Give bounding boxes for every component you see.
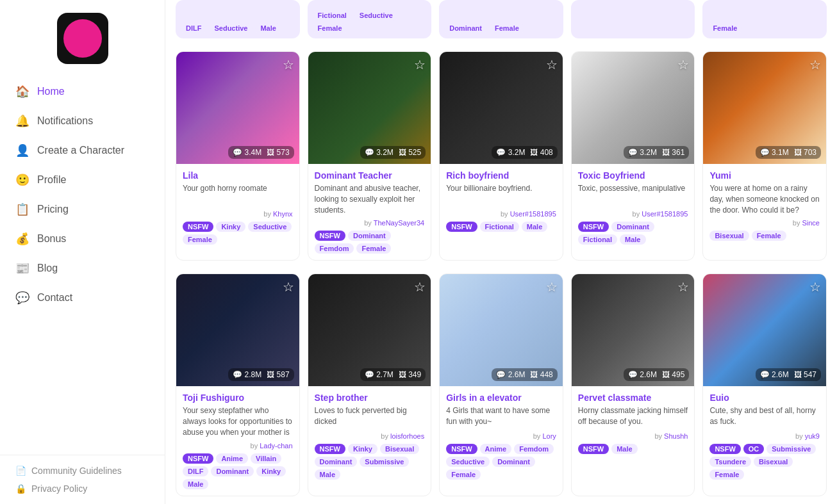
tag[interactable]: NSFW [183, 453, 213, 464]
tag[interactable]: Dominant [444, 23, 487, 33]
star-button-rich-boyfriend[interactable]: ☆ [546, 57, 558, 72]
author-name-yumi[interactable]: Since [802, 219, 820, 227]
author-name-rich-boyfriend[interactable]: User#1581895 [510, 210, 556, 218]
tag[interactable]: Male [620, 234, 645, 245]
tag[interactable]: Female [490, 23, 524, 33]
card-girls-elevator[interactable]: ☆ 💬 2.6M 🖼 448 Girls in a elevator 4 Gir… [439, 273, 563, 496]
sidebar-item-pricing[interactable]: 📋 Pricing [0, 195, 165, 224]
tag[interactable]: Dominant [611, 222, 654, 232]
tag[interactable]: Bisexual [380, 444, 419, 454]
tag[interactable]: Fictional [480, 222, 519, 232]
sidebar-item-home[interactable]: 🏠 Home [0, 77, 165, 106]
tag[interactable]: NSFW [315, 231, 345, 241]
tag[interactable]: Dominant [315, 457, 358, 467]
tag[interactable]: Fictional [578, 234, 617, 245]
star-button-toxic-boyfriend[interactable]: ☆ [677, 57, 689, 72]
star-button-step-brother[interactable]: ☆ [414, 279, 426, 295]
author-name-dominant-teacher[interactable]: TheNaySayer34 [374, 219, 425, 227]
author-name-euio[interactable]: yuk9 [805, 432, 820, 440]
tag[interactable]: NSFW [315, 444, 345, 454]
msg-icon-rich-boyfriend: 💬 3.2M [496, 148, 525, 157]
tag[interactable]: Dominant [492, 457, 535, 467]
author-name-toji-fushiguro[interactable]: Lady-chan [260, 442, 292, 450]
author-name-girls-elevator[interactable]: Lory [542, 432, 556, 440]
card-toji-fushiguro[interactable]: ☆ 💬 2.8M 🖼 587 Toji Fushiguro Your sexy … [176, 273, 300, 496]
author-name-pervet-classmate[interactable]: Shushh [664, 432, 688, 440]
tag[interactable]: Female [313, 23, 347, 33]
tag[interactable]: Kinky [256, 466, 286, 476]
tag[interactable]: Seductive [209, 23, 253, 33]
tag[interactable]: Female [709, 469, 744, 480]
tag[interactable]: DILF [181, 23, 206, 33]
tag[interactable]: Anime [480, 444, 512, 454]
tag[interactable]: Seductive [248, 222, 292, 232]
star-button-lila[interactable]: ☆ [283, 57, 294, 72]
tag[interactable]: Anime [216, 453, 248, 464]
tag[interactable]: Bisexual [754, 457, 793, 467]
sidebar-item-create[interactable]: 👤 Create a Character [0, 136, 165, 165]
tag[interactable]: Fictional [313, 10, 352, 20]
nav-label-create: Create a Character [37, 145, 124, 156]
author-name-lila[interactable]: Khynx [273, 210, 293, 218]
tag[interactable]: DILF [183, 466, 208, 476]
tag[interactable]: Female [183, 234, 217, 245]
tag[interactable]: Female [356, 243, 391, 254]
tag[interactable]: OC [743, 444, 765, 454]
tag[interactable]: Male [611, 444, 637, 454]
card-yumi[interactable]: ☆ 💬 3.1M 🖼 703 Yumi You were at home on … [702, 51, 827, 261]
tag[interactable]: NSFW [709, 444, 740, 454]
star-button-dominant-teacher[interactable]: ☆ [414, 57, 426, 72]
tag[interactable]: Male [315, 469, 340, 480]
tag[interactable]: Femdom [315, 243, 354, 254]
card-step-brother[interactable]: ☆ 💬 2.7M 🖼 349 Step brother Loves to fuc… [308, 273, 432, 496]
card-rich-boyfriend[interactable]: ☆ 💬 3.2M 🖼 408 Rich boyfriend Your billi… [439, 51, 563, 261]
card-lila[interactable]: ☆ 💬 3.4M 🖼 573 Lila Your goth horny room… [176, 51, 300, 261]
card-stats-dominant-teacher: 💬 3.2M 🖼 525 [360, 146, 426, 159]
card-dominant-teacher[interactable]: ☆ 💬 3.2M 🖼 525 Dominant Teacher Dominant… [308, 51, 432, 261]
card-pervet-classmate[interactable]: ☆ 💬 2.6M 🖼 495 Pervet classmate Horny cl… [571, 273, 695, 496]
card-desc-euio: Cute, shy and best of all, horny as fuck… [709, 405, 820, 428]
card-toxic-boyfriend[interactable]: ☆ 💬 3.2M 🖼 361 Toxic Boyfriend Toxic, po… [571, 51, 695, 261]
star-button-euio[interactable]: ☆ [809, 279, 821, 295]
star-button-yumi[interactable]: ☆ [809, 57, 821, 72]
tag[interactable]: Female [446, 469, 481, 480]
tag[interactable]: Female [752, 231, 786, 241]
card-author-pervet-classmate: by Shushh [578, 432, 688, 440]
card-euio[interactable]: ☆ 💬 2.6M 🖼 547 Euio Cute, shy and best o… [702, 273, 827, 496]
tag[interactable]: NSFW [446, 444, 477, 454]
tag[interactable]: Male [183, 479, 208, 489]
sidebar-item-profile[interactable]: 🙂 Profile [0, 165, 165, 195]
tag[interactable]: NSFW [578, 222, 609, 232]
tag[interactable]: NSFW [578, 444, 609, 454]
footer-item-privacy[interactable]: 🔒Privacy Policy [15, 484, 149, 494]
tag[interactable]: Seductive [354, 10, 398, 20]
footer-item-guidelines[interactable]: 📄Community Guidelines [15, 466, 149, 476]
tag[interactable]: Femdom [514, 444, 554, 454]
tag[interactable]: Kinky [348, 444, 377, 454]
star-button-pervet-classmate[interactable]: ☆ [677, 279, 689, 295]
tag[interactable]: Male [255, 23, 281, 33]
card-body-lila: Lila Your goth horny roomate by Khynx NS… [176, 164, 299, 251]
sidebar-item-blog[interactable]: 📰 Blog [0, 254, 165, 283]
tag[interactable]: Submissive [767, 444, 816, 454]
nav-label-contact: Contact [37, 292, 72, 304]
tag[interactable]: Female [708, 23, 742, 33]
sidebar-item-notifications[interactable]: 🔔 Notifications [0, 106, 165, 136]
author-name-toxic-boyfriend[interactable]: User#1581895 [642, 210, 688, 218]
star-button-toji-fushiguro[interactable]: ☆ [283, 279, 294, 295]
star-button-girls-elevator[interactable]: ☆ [546, 279, 558, 295]
tag[interactable]: Dominant [348, 231, 391, 241]
tag[interactable]: Dominant [211, 466, 254, 476]
tag[interactable]: NSFW [183, 222, 213, 232]
sidebar-item-bonus[interactable]: 💰 Bonus [0, 224, 165, 254]
tag[interactable]: Seductive [446, 457, 490, 467]
author-name-step-brother[interactable]: loisforhoes [390, 432, 424, 440]
tag[interactable]: Tsundere [709, 457, 751, 467]
sidebar-item-contact[interactable]: 💬 Contact [0, 283, 165, 313]
tag[interactable]: Submissive [360, 457, 409, 467]
tag[interactable]: Male [522, 222, 547, 232]
tag[interactable]: Kinky [216, 222, 245, 232]
tag[interactable]: NSFW [446, 222, 477, 232]
tag[interactable]: Villain [251, 453, 281, 464]
tag[interactable]: Bisexual [709, 231, 749, 241]
